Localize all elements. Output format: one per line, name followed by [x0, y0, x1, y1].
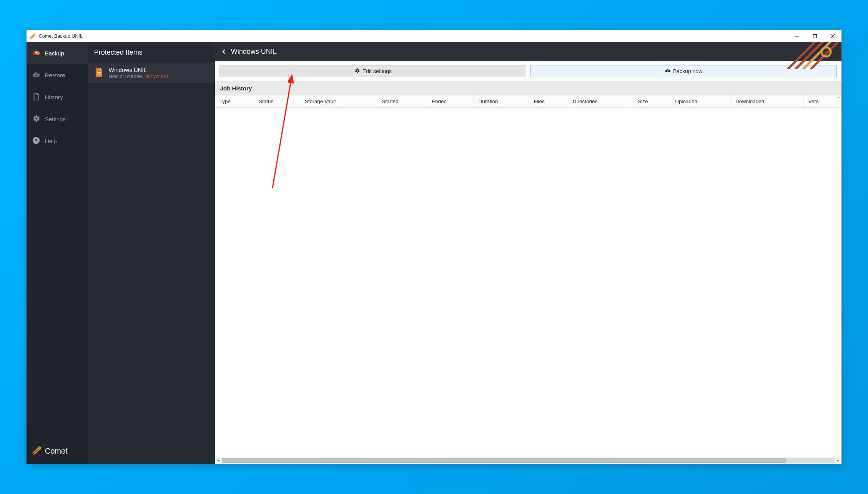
app-window: Comet Backup UNIL Backup Restore [26, 30, 842, 464]
cloud-upload-icon [32, 48, 40, 58]
window-controls [788, 30, 841, 42]
scroll-up-indicator: ⌃ [838, 96, 841, 100]
col-duration[interactable]: Duration [474, 95, 529, 108]
scroll-track[interactable] [222, 458, 835, 463]
breadcrumb-title: Windows UNIL [231, 48, 277, 56]
button-label: Edit settings [362, 68, 392, 74]
protected-items-header: Protected Items [88, 42, 215, 63]
scroll-thumb[interactable] [222, 458, 786, 463]
protected-item-text: Windows UNIL Next at 5:00PM, Not yet run [109, 67, 168, 79]
sidebar-item-backup[interactable]: Backup [27, 42, 88, 64]
status-text: Not yet run [145, 74, 168, 79]
sidebar-item-restore[interactable]: Restore [27, 64, 88, 86]
scroll-left-button[interactable]: ◂ [215, 457, 222, 464]
gear-icon [354, 68, 360, 75]
col-started[interactable]: Started [377, 95, 427, 108]
table-header: Type Status Storage Vault Started Ended … [215, 95, 841, 108]
sidebar-label: Help [45, 138, 57, 144]
col-type[interactable]: Type [215, 95, 254, 108]
col-uploaded[interactable]: Uploaded [670, 95, 731, 108]
close-button[interactable] [824, 30, 841, 42]
comet-logo-icon [32, 446, 42, 457]
window-title: Comet Backup UNIL [39, 33, 83, 39]
col-version[interactable]: Vers [803, 95, 841, 108]
back-button[interactable] [222, 48, 226, 56]
button-label: Backup now [673, 68, 702, 74]
job-history-table: Type Status Storage Vault Started Ended … [215, 95, 842, 108]
edit-settings-button[interactable]: Edit settings [219, 65, 526, 77]
cloud-upload-icon [665, 68, 671, 75]
job-history-table-wrap: ⌃ Type Status Storage Vault Started Ende… [215, 95, 842, 457]
svg-rect-1 [795, 36, 799, 36]
sidebar-item-settings[interactable]: Settings [27, 108, 88, 130]
col-files[interactable]: Files [529, 95, 568, 108]
sidebar-item-history[interactable]: History [27, 86, 88, 108]
col-status[interactable]: Status [254, 95, 300, 108]
sidebar-label: Restore [45, 72, 65, 78]
cloud-download-icon [32, 70, 40, 80]
brand-footer: Comet [27, 439, 88, 464]
gear-icon [32, 114, 40, 124]
col-size[interactable]: Size [633, 95, 670, 108]
app-icon [30, 33, 36, 39]
svg-text:?: ? [35, 138, 38, 144]
file-icon [93, 67, 104, 79]
sidebar-label: Settings [45, 116, 66, 122]
document-icon [32, 92, 40, 102]
main-header: Windows UNIL [215, 42, 842, 61]
job-history-title: Job History [215, 81, 842, 95]
protected-items-panel: Protected Items Windows UNIL Next at 5:0… [88, 42, 215, 464]
titlebar: Comet Backup UNIL [27, 30, 842, 42]
minimize-button[interactable] [788, 30, 806, 42]
help-icon: ? [32, 136, 40, 146]
main-panel: Windows UNIL Edit settings [215, 42, 842, 464]
backup-now-button[interactable]: Backup now [530, 65, 837, 77]
svg-point-0 [34, 33, 35, 35]
col-downloaded[interactable]: Downloaded [731, 95, 804, 108]
protected-item-subtitle: Next at 5:00PM, Not yet run [109, 74, 168, 79]
scroll-right-button[interactable]: ▸ [835, 457, 841, 464]
svg-rect-2 [813, 34, 817, 38]
svg-rect-6 [97, 72, 100, 72]
protected-item-title: Windows UNIL [109, 67, 168, 73]
sidebar-label: Backup [45, 50, 64, 57]
svg-point-8 [821, 47, 831, 57]
action-buttons: Edit settings Backup now [215, 61, 842, 81]
maximize-button[interactable] [806, 30, 824, 42]
sidebar-label: History [45, 94, 63, 100]
col-storage-vault[interactable]: Storage Vault [300, 95, 377, 108]
schedule-text: Next at 5:00PM, [109, 74, 145, 79]
svg-rect-7 [97, 73, 100, 74]
brand-name: Comet [45, 447, 68, 456]
sidebar: Backup Restore History Settings [27, 42, 88, 464]
horizontal-scrollbar[interactable]: ◂ ▸ [215, 457, 842, 464]
protected-item-row[interactable]: Windows UNIL Next at 5:00PM, Not yet run [88, 63, 215, 83]
col-directories[interactable]: Directories [568, 95, 633, 108]
sidebar-item-help[interactable]: ? Help [27, 130, 88, 152]
col-ended[interactable]: Ended [427, 95, 474, 108]
